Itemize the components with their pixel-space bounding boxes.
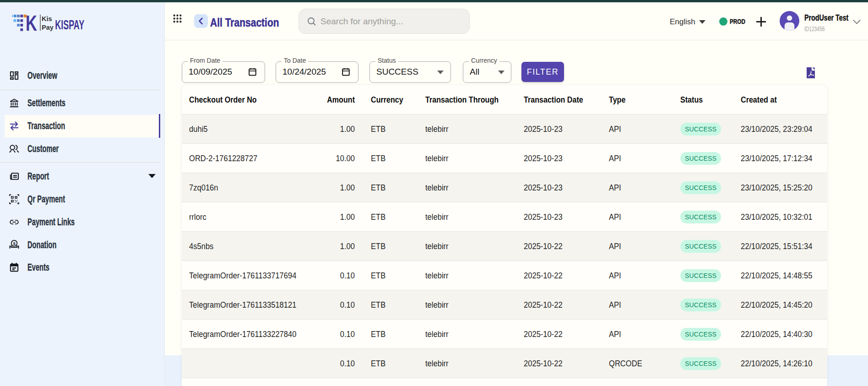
svg-text:Pay: Pay <box>42 24 54 31</box>
svg-text:KISPAY: KISPAY <box>55 17 84 32</box>
svg-text:Kis: Kis <box>42 15 52 22</box>
svg-text:K: K <box>26 12 37 33</box>
svg-text:$: $ <box>13 241 16 246</box>
